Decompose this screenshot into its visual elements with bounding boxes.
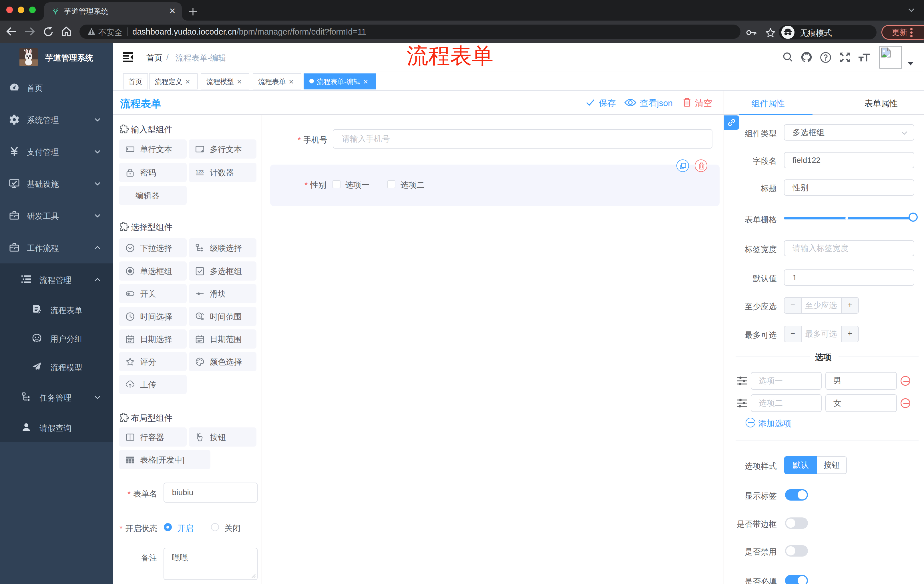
svg-text:123: 123 bbox=[196, 169, 203, 174]
